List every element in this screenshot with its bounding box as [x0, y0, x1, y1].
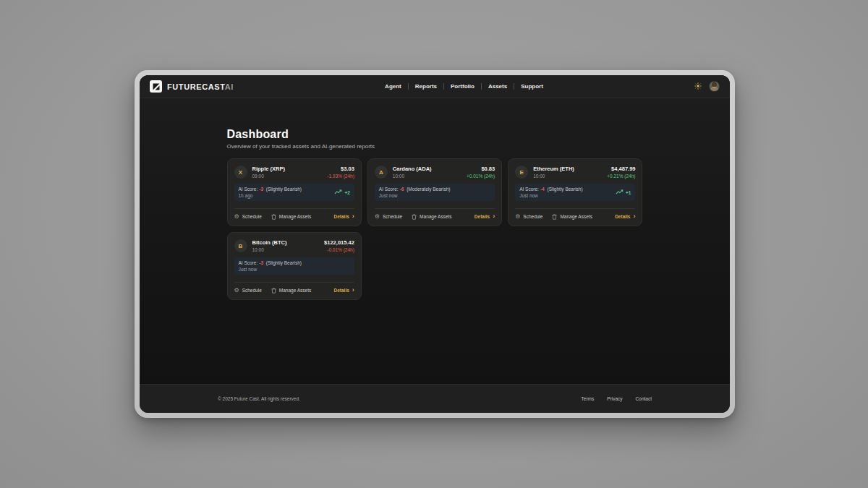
- nav-item-agent[interactable]: Agent: [378, 81, 408, 92]
- card-actions: ⚙ Schedule Manage Assets: [375, 208, 495, 220]
- asset-change: +0.21% (24h): [607, 174, 635, 179]
- card-actions: ⚙ Schedule Manage Assets: [234, 282, 354, 294]
- topbar-right-actions: [694, 81, 720, 92]
- footer-link-privacy[interactable]: Privacy: [607, 396, 622, 401]
- ai-score-panel: AI Score:-4 (Slightly Bearish) Just now …: [515, 184, 635, 201]
- brand-name: FUTURECASTAI: [167, 82, 234, 91]
- ai-score-value: -4: [539, 187, 546, 192]
- trend-badge: +2: [334, 189, 349, 195]
- asset-card-ripple[interactable]: X Ripple (XRP) 09:00 $3.03 -1.93% (24h): [227, 158, 362, 226]
- asset-time: 10:00: [393, 174, 467, 179]
- ai-score-line: AI Score:-4 (Slightly Bearish): [519, 187, 582, 192]
- schedule-button[interactable]: ⚙ Schedule: [515, 214, 542, 220]
- footer-links: Terms Privacy Contact: [582, 396, 652, 401]
- schedule-button[interactable]: ⚙ Schedule: [234, 288, 262, 294]
- details-button[interactable]: Details ›: [334, 287, 354, 294]
- ai-score-value: -3: [258, 187, 265, 192]
- footer-link-contact[interactable]: Contact: [636, 396, 652, 401]
- chevron-right-icon: ›: [633, 213, 635, 220]
- page-footer: © 2025 Future Cast. All rights reserved.…: [140, 384, 730, 413]
- asset-name: Ethereum (ETH): [533, 166, 607, 172]
- trending-up-icon: [334, 189, 342, 195]
- ai-score-value: -3: [258, 260, 265, 265]
- trash-icon: [412, 214, 417, 220]
- ai-updated-time: Just now: [239, 267, 302, 272]
- asset-price: $122,015.42: [324, 239, 354, 246]
- ai-score-panel: AI Score:-3 (Slightly Bearish) 1h ago +2: [234, 184, 354, 201]
- top-navigation-bar: FUTURECASTAI Agent Reports Portfolio Ass…: [140, 75, 730, 98]
- coin-initial-badge: X: [234, 166, 247, 179]
- gear-icon: ⚙: [234, 214, 239, 220]
- ai-updated-time: 1h ago: [239, 193, 302, 198]
- sun-icon: [694, 81, 702, 92]
- asset-price: $3.03: [327, 166, 354, 172]
- card-header: E Ethereum (ETH) 10:00 $4,487.99 +0.21% …: [515, 166, 635, 179]
- asset-name: Ripple (XRP): [252, 166, 328, 172]
- brand-logo[interactable]: FUTURECASTAI: [150, 80, 234, 93]
- asset-time: 09:00: [252, 174, 328, 179]
- trash-icon: [552, 214, 557, 220]
- asset-card-cardano[interactable]: A Cardano (ADA) 10:00 $0.83 +0.01% (24h): [367, 158, 502, 226]
- nav-item-assets[interactable]: Assets: [482, 81, 514, 92]
- ai-score-panel: AI Score:-3 (Slightly Bearish) Just now: [234, 257, 354, 275]
- asset-name: Cardano (ADA): [393, 166, 467, 172]
- ai-updated-time: Just now: [519, 193, 582, 198]
- main-content: Dashboard Overview of your tracked asset…: [140, 98, 730, 384]
- ai-score-line: AI Score:-3 (Slightly Bearish): [239, 260, 302, 265]
- app-window: FUTURECASTAI Agent Reports Portfolio Ass…: [135, 70, 735, 418]
- page-title: Dashboard: [227, 128, 643, 141]
- asset-price: $0.83: [467, 166, 495, 172]
- main-nav: Agent Reports Portfolio Assets Support: [234, 81, 694, 92]
- chevron-right-icon: ›: [352, 287, 354, 294]
- trending-up-icon: [616, 189, 624, 195]
- asset-change: +0.01% (24h): [467, 174, 495, 179]
- card-actions: ⚙ Schedule Manage Assets: [234, 208, 354, 220]
- brand-suffix: AI: [225, 82, 234, 91]
- nav-item-reports[interactable]: Reports: [409, 81, 443, 92]
- user-avatar[interactable]: [709, 81, 720, 92]
- chevron-right-icon: ›: [352, 213, 354, 220]
- coin-initial-badge: A: [375, 166, 388, 179]
- card-header: B Bitcoin (BTC) 10:00 $122,015.42 -0.01%…: [234, 239, 354, 252]
- details-button[interactable]: Details ›: [334, 213, 354, 220]
- page-subtitle: Overview of your tracked assets and AI-g…: [227, 143, 643, 150]
- asset-card-ethereum[interactable]: E Ethereum (ETH) 10:00 $4,487.99 +0.21% …: [508, 158, 642, 226]
- asset-card-bitcoin[interactable]: B Bitcoin (BTC) 10:00 $122,015.42 -0.01%…: [227, 232, 362, 300]
- ai-score-line: AI Score:-6 (Moderately Bearish): [379, 187, 451, 192]
- manage-assets-button[interactable]: Manage Assets: [412, 214, 451, 220]
- ai-score-panel: AI Score:-6 (Moderately Bearish) Just no…: [375, 184, 495, 201]
- futurecast-logo-icon: [150, 80, 162, 93]
- details-button[interactable]: Details ›: [475, 213, 495, 220]
- chevron-right-icon: ›: [493, 213, 495, 220]
- ai-updated-time: Just now: [379, 193, 451, 198]
- manage-assets-button[interactable]: Manage Assets: [552, 214, 592, 220]
- gear-icon: ⚙: [375, 214, 380, 220]
- theme-toggle-button[interactable]: [694, 81, 702, 92]
- manage-assets-button[interactable]: Manage Assets: [271, 214, 311, 220]
- asset-time: 10:00: [533, 174, 607, 179]
- asset-change: -0.01% (24h): [324, 247, 354, 252]
- nav-item-portfolio[interactable]: Portfolio: [444, 81, 481, 92]
- asset-change: -1.93% (24h): [327, 174, 354, 179]
- manage-assets-button[interactable]: Manage Assets: [271, 288, 311, 294]
- trend-badge: +1: [616, 189, 631, 195]
- asset-cards-grid: X Ripple (XRP) 09:00 $3.03 -1.93% (24h): [227, 158, 643, 300]
- gear-icon: ⚙: [234, 288, 239, 294]
- asset-name: Bitcoin (BTC): [252, 239, 325, 246]
- gear-icon: ⚙: [515, 214, 520, 220]
- asset-time: 10:00: [252, 247, 325, 252]
- card-header: X Ripple (XRP) 09:00 $3.03 -1.93% (24h): [234, 166, 354, 179]
- footer-link-terms[interactable]: Terms: [582, 396, 595, 401]
- app-screen: FUTURECASTAI Agent Reports Portfolio Ass…: [140, 75, 730, 413]
- coin-initial-badge: E: [515, 166, 528, 179]
- schedule-button[interactable]: ⚙ Schedule: [375, 214, 402, 220]
- card-actions: ⚙ Schedule Manage Assets: [515, 208, 635, 220]
- nav-item-support[interactable]: Support: [514, 81, 550, 92]
- coin-initial-badge: B: [234, 239, 247, 252]
- trash-icon: [271, 214, 276, 220]
- trash-icon: [271, 288, 276, 294]
- ai-score-line: AI Score:-3 (Slightly Bearish): [239, 187, 302, 192]
- card-header: A Cardano (ADA) 10:00 $0.83 +0.01% (24h): [375, 166, 495, 179]
- schedule-button[interactable]: ⚙ Schedule: [234, 214, 262, 220]
- details-button[interactable]: Details ›: [615, 213, 635, 220]
